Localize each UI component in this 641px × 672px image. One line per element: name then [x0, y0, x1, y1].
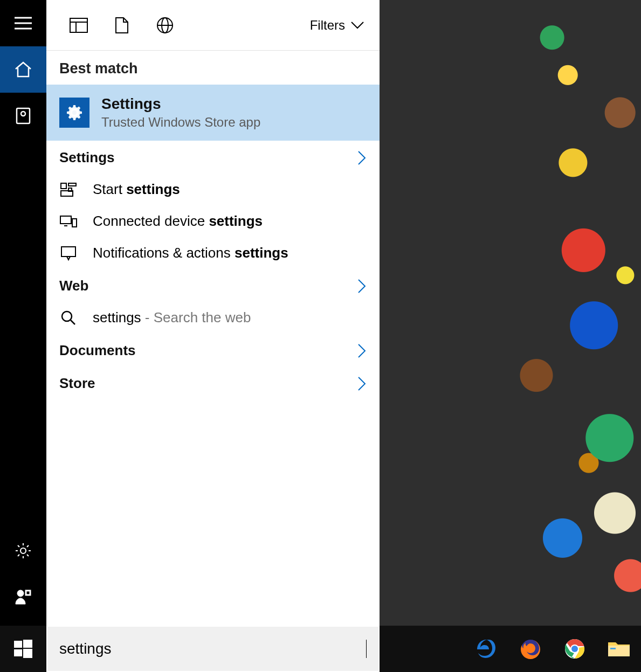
feedback-icon: [15, 589, 32, 605]
taskbar: [0, 626, 641, 672]
taskbar-pin-chrome[interactable]: [553, 626, 597, 672]
section-best-match: Best match: [46, 51, 380, 85]
svg-point-32: [571, 646, 578, 652]
document-icon: [115, 17, 129, 34]
group-settings[interactable]: Settings: [46, 141, 380, 174]
hamburger-icon: [15, 17, 32, 30]
taskbar-pin-file-explorer[interactable]: [597, 626, 641, 672]
devices-icon: [59, 214, 78, 228]
group-label: Store: [59, 375, 95, 392]
result-text: Start settings: [93, 181, 180, 198]
svg-rect-25: [14, 641, 22, 648]
svg-point-5: [20, 548, 26, 553]
svg-rect-16: [68, 183, 76, 186]
group-documents[interactable]: Documents: [46, 334, 380, 366]
result-text: Connected device settings: [93, 213, 263, 230]
notification-icon: [59, 246, 78, 261]
taskbar-pin-edge[interactable]: [464, 626, 508, 672]
result-connected-device-settings[interactable]: Connected device settings: [46, 205, 380, 237]
search-scope-toolbar: Filters: [46, 0, 380, 51]
result-text: Notifications & actions settings: [93, 245, 288, 261]
home-icon: [14, 61, 32, 78]
best-match-text: Settings Trusted Windows Store app: [101, 95, 260, 130]
taskbar-spacer: [380, 626, 464, 672]
taskbar-search-box[interactable]: [46, 626, 380, 672]
svg-rect-21: [72, 219, 77, 227]
svg-rect-26: [23, 640, 32, 648]
notebook-icon: [16, 107, 31, 124]
cortana-rail: [0, 0, 46, 626]
settings-app-icon: [59, 98, 89, 128]
group-label: Web: [59, 278, 88, 294]
firefox-icon: [519, 638, 542, 660]
group-store[interactable]: Store: [46, 366, 380, 399]
group-label: Documents: [59, 342, 136, 359]
start-button[interactable]: [0, 626, 46, 672]
svg-rect-19: [60, 216, 71, 224]
svg-rect-27: [14, 649, 22, 656]
gear-icon: [64, 102, 85, 123]
menu-button[interactable]: [0, 0, 46, 46]
result-start-settings[interactable]: Start settings: [46, 174, 380, 205]
filters-dropdown[interactable]: Filters: [310, 18, 369, 33]
svg-rect-33: [608, 646, 630, 656]
windows-logo-icon: [14, 640, 32, 658]
result-text: settings - Search the web: [93, 309, 251, 326]
svg-point-6: [17, 590, 24, 597]
search-results-panel: Filters Best match Settings Trusted Wind…: [46, 0, 380, 626]
search-input[interactable]: [59, 640, 366, 657]
desktop-wallpaper: [380, 0, 641, 626]
svg-rect-9: [70, 18, 87, 32]
group-web[interactable]: Web: [46, 269, 380, 302]
chevron-right-icon: [357, 278, 367, 294]
home-button[interactable]: [0, 46, 46, 93]
chevron-down-icon: [350, 21, 364, 30]
svg-rect-22: [61, 247, 75, 257]
svg-rect-28: [23, 649, 32, 658]
best-match-subtitle: Trusted Windows Store app: [101, 115, 260, 130]
feedback-button[interactable]: [0, 574, 46, 620]
chevron-right-icon: [357, 343, 367, 359]
svg-rect-8: [26, 591, 30, 594]
notebook-button[interactable]: [0, 93, 46, 139]
scope-documents-button[interactable]: [100, 0, 143, 51]
gear-icon: [15, 542, 32, 559]
svg-rect-15: [61, 183, 66, 189]
result-notifications-settings[interactable]: Notifications & actions settings: [46, 237, 380, 269]
svg-point-4: [21, 112, 25, 116]
desktop: Filters Best match Settings Trusted Wind…: [0, 0, 641, 626]
apps-icon: [70, 18, 88, 33]
best-match-result[interactable]: Settings Trusted Windows Store app: [46, 85, 380, 141]
start-tiles-icon: [59, 183, 78, 197]
settings-button[interactable]: [0, 528, 46, 574]
taskbar-pin-firefox[interactable]: [508, 626, 553, 672]
group-label: Settings: [59, 149, 115, 166]
chevron-right-icon: [357, 150, 367, 166]
svg-rect-34: [610, 648, 616, 649]
svg-line-24: [71, 320, 75, 324]
best-match-title: Settings: [101, 95, 260, 113]
chrome-icon: [563, 638, 586, 660]
chevron-right-icon: [357, 376, 367, 392]
scope-web-button[interactable]: [143, 0, 187, 51]
result-web-search[interactable]: settings - Search the web: [46, 302, 380, 334]
edge-icon: [475, 638, 498, 660]
svg-point-23: [62, 311, 72, 321]
globe-icon: [156, 17, 174, 34]
search-icon: [59, 310, 78, 325]
folder-icon: [607, 639, 631, 659]
filters-label: Filters: [310, 18, 345, 33]
scope-apps-button[interactable]: [57, 0, 100, 51]
text-caret: [366, 640, 367, 658]
